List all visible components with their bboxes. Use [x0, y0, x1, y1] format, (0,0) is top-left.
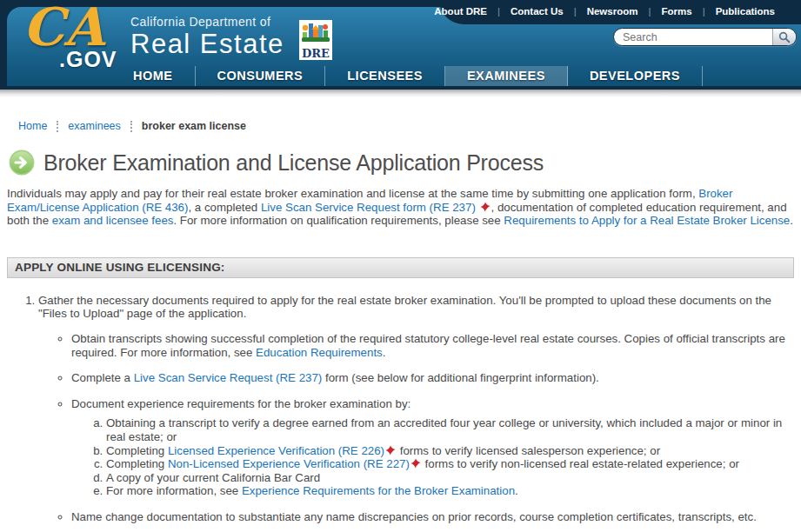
text: . For more information on qualification …	[173, 214, 504, 227]
bullet-item: Complete a Live Scan Service Request (RE…	[71, 371, 794, 385]
pdf-icon[interactable]	[480, 202, 491, 212]
text-link[interactable]: Education Requirements	[256, 346, 383, 359]
lettered-item: Completing Licensed Experience Verificat…	[106, 444, 794, 458]
text: Completing	[106, 444, 168, 457]
lettered-item: For more information, see Experience Req…	[106, 484, 794, 498]
text-link[interactable]: Experience Requirements for the Broker E…	[242, 484, 515, 497]
utility-link-contact-us[interactable]: Contact Us	[507, 6, 567, 17]
text	[476, 201, 479, 214]
agency-title: California Department of Real Estate	[130, 15, 284, 60]
text-link[interactable]: Live Scan Service Request (RE 237)	[134, 371, 323, 384]
bullet-item: Obtain transcripts showing successful co…	[71, 332, 794, 359]
nav-item-home[interactable]: HOME	[111, 66, 196, 86]
green-arrow-icon	[9, 150, 35, 176]
dre-seal-logo: DRE	[299, 20, 332, 60]
nav-item-licensees[interactable]: LICENSEES	[325, 66, 445, 86]
breadcrumb-separator	[57, 121, 58, 132]
utility-link-publications[interactable]: Publications	[712, 6, 778, 17]
document-bullet-list: Obtain transcripts showing successful co…	[38, 332, 794, 532]
utility-nav-separator: |	[703, 6, 705, 17]
dre-seal-art	[302, 22, 330, 45]
text: .	[383, 346, 386, 359]
bullet-item: Document experience requirements for the…	[71, 397, 794, 498]
lettered-item: A copy of your current California Bar Ca…	[106, 471, 794, 485]
section-header-bar: APPLY ONLINE USING ELICENSING:	[7, 257, 794, 278]
bullet-item: Name change documentation to substantiat…	[71, 510, 794, 524]
text-link[interactable]: Live Scan Service Request form (RE 237)	[261, 201, 476, 214]
text: Obtain transcripts showing successful co…	[71, 332, 785, 359]
breadcrumb-separator	[130, 121, 132, 132]
search-button[interactable]	[772, 29, 796, 45]
search-box	[613, 28, 797, 46]
text-link[interactable]: Requirements to Apply for a Real Estate …	[504, 214, 790, 227]
ca-gov-logo[interactable]: CA .GOV	[17, 5, 122, 80]
text-link[interactable]: exam and licensee fees	[52, 214, 174, 227]
text: , a completed	[188, 201, 261, 214]
lettered-sublist: Obtaining a transcript to verify a degre…	[71, 416, 794, 498]
text: .	[515, 484, 518, 497]
breadcrumb-examinees[interactable]: examinees	[68, 120, 120, 132]
lettered-item: Obtaining a transcript to verify a degre…	[106, 416, 794, 443]
text: Name change documentation to substantiat…	[71, 510, 757, 523]
agency-line2: Real Estate	[130, 29, 284, 60]
page-title-row: Broker Examination and License Applicati…	[9, 150, 801, 176]
search-input[interactable]	[614, 29, 772, 45]
text: forms to verify licensed salesperson exp…	[397, 444, 660, 457]
text: Obtaining a transcript to verify a degre…	[106, 416, 782, 443]
intro-paragraph: Individuals may apply and pay for their …	[7, 187, 794, 228]
ca-logo-gov: .GOV	[59, 47, 117, 72]
pdf-icon[interactable]	[385, 445, 396, 456]
agency-line1: California Department of	[130, 15, 284, 29]
utility-nav-separator: |	[574, 6, 577, 17]
text: Individuals may apply and pay for their …	[7, 187, 698, 200]
page-title: Broker Examination and License Applicati…	[43, 150, 544, 176]
text-link[interactable]: Non-Licensed Experience Verification (RE…	[168, 457, 410, 470]
utility-link-about-dre[interactable]: About DRE	[431, 6, 491, 17]
site-header: About DRE|Contact Us|Newsroom|Forms|Publ…	[0, 0, 801, 90]
text: For more information, see	[106, 484, 242, 497]
step-item-1: Gather the necessary documents required …	[38, 294, 794, 532]
text: forms to verify non-licensed real estate…	[422, 457, 739, 470]
dre-seal-text: DRE	[299, 48, 332, 59]
utility-nav-separator: |	[648, 6, 651, 17]
nav-item-examinees[interactable]: EXAMINEES	[445, 66, 568, 86]
nav-item-consumers[interactable]: CONSUMERS	[196, 66, 326, 86]
search-icon	[778, 31, 791, 43]
breadcrumb-home[interactable]: Home	[18, 120, 47, 132]
utility-link-newsroom[interactable]: Newsroom	[584, 6, 642, 17]
nav-item-developers[interactable]: DEVELOPERS	[568, 66, 703, 86]
utility-link-forms[interactable]: Forms	[657, 6, 695, 17]
main-nav: HOMECONSUMERSLICENSEESEXAMINEESDEVELOPER…	[111, 66, 703, 86]
text: Document experience requirements for the…	[71, 397, 411, 410]
utility-nav-separator: |	[497, 6, 500, 17]
step-list: Gather the necessary documents required …	[0, 294, 794, 532]
lettered-item: Completing Non-Licensed Experience Verif…	[106, 457, 794, 471]
text: Gather the necessary documents required …	[38, 294, 771, 321]
breadcrumb: Homeexamineesbroker exam license	[18, 120, 801, 132]
utility-nav: About DRE|Contact Us|Newsroom|Forms|Publ…	[431, 6, 778, 17]
pdf-icon[interactable]	[411, 458, 421, 469]
breadcrumb-broker-exam-license: broker exam license	[142, 120, 246, 132]
header-shadow	[0, 90, 801, 97]
text: A copy of your current California Bar Ca…	[106, 471, 320, 484]
text-link[interactable]: Licensed Experience Verification (RE 226…	[168, 444, 384, 457]
text: Complete a	[71, 371, 134, 384]
step-1-text: Gather the necessary documents required …	[38, 294, 771, 321]
text: .	[790, 214, 793, 227]
text: Completing	[106, 457, 168, 470]
text: form (see below for additional fingerpri…	[322, 371, 599, 384]
